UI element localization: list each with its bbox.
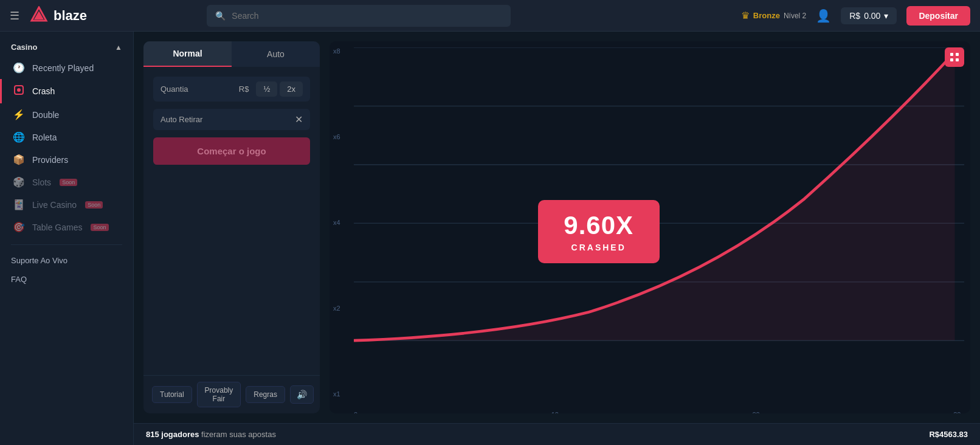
main-content: Normal Auto Quantia R$ ½ 2x Auto Retirar… xyxy=(134,32,980,445)
header: ☰ blaze 🔍 ♛ Bronze Nível 2 👤 R$ 0.00 ▾ D… xyxy=(0,0,980,32)
x-label-10s: 10s xyxy=(551,411,562,414)
tutorial-button[interactable]: Tutorial xyxy=(152,386,192,403)
sidebar-item-providers[interactable]: 📦 Providers xyxy=(0,148,133,171)
svg-rect-13 xyxy=(950,58,953,61)
controls-body: Quantia R$ ½ 2x Auto Retirar ✕ Começar o… xyxy=(143,67,320,375)
x-label-20s: 20s xyxy=(752,411,763,414)
tab-normal[interactable]: Normal xyxy=(143,41,232,67)
slots-icon: 🎲 xyxy=(13,176,25,188)
chart-area: x8 x6 x4 x2 x1 xyxy=(330,41,970,413)
crash-box: 9.60X CRASHED xyxy=(538,200,660,263)
providers-icon: 📦 xyxy=(13,154,25,165)
sidebar-item-double[interactable]: ⚡ Double xyxy=(0,103,133,126)
total-amount: R$4563.83 xyxy=(929,430,968,439)
roleta-icon: 🌐 xyxy=(13,131,25,143)
chart-panel: x8 x6 x4 x2 x1 xyxy=(330,41,970,413)
sidebar-item-support[interactable]: Suporte Ao Vivo xyxy=(0,251,133,270)
status-bar: 815 jogadores fizeram suas apostas R$456… xyxy=(134,423,980,445)
deposit-button[interactable]: Depositar xyxy=(906,6,970,26)
sound-button[interactable]: 🔊 xyxy=(290,385,314,404)
close-auto-retirar-button[interactable]: ✕ xyxy=(295,114,303,125)
tab-bar: Normal Auto xyxy=(143,41,320,67)
layout: Casino ▲ 🕐 Recently Played Crash ⚡ Doubl… xyxy=(0,32,980,445)
table-games-icon: 🎯 xyxy=(13,221,25,233)
logo-icon xyxy=(29,6,49,26)
sidebar-item-live-casino[interactable]: 🃏 Live Casino Soon xyxy=(0,193,133,216)
live-casino-icon: 🃏 xyxy=(13,199,25,210)
bronze-badge: ♛ Bronze Nível 2 xyxy=(741,10,806,21)
header-right: ♛ Bronze Nível 2 👤 R$ 0.00 ▾ Depositar xyxy=(741,6,970,26)
sidebar-divider xyxy=(11,244,122,245)
game-area: Normal Auto Quantia R$ ½ 2x Auto Retirar… xyxy=(134,32,980,423)
start-button[interactable]: Começar o jogo xyxy=(153,137,310,165)
auto-retirar-row: Auto Retirar ✕ xyxy=(153,109,310,130)
y-label-x4: x4 xyxy=(333,219,340,226)
svg-point-3 xyxy=(17,88,21,92)
svg-rect-11 xyxy=(950,53,953,56)
y-label-x6: x6 xyxy=(333,133,340,140)
x-axis: 0s 10s 20s 30s xyxy=(354,411,964,414)
x-label-30s: 30s xyxy=(953,411,964,414)
players-count: 815 jogadores xyxy=(146,430,199,439)
double-icon: ⚡ xyxy=(13,109,25,120)
players-text: 815 jogadores fizeram suas apostas xyxy=(146,430,276,439)
half-button[interactable]: ½ xyxy=(256,81,277,97)
y-label-x1: x1 xyxy=(333,390,340,398)
svg-rect-14 xyxy=(956,58,959,61)
sidebar: Casino ▲ 🕐 Recently Played Crash ⚡ Doubl… xyxy=(0,32,134,445)
regras-button[interactable]: Regras xyxy=(246,386,285,403)
corner-icon[interactable] xyxy=(945,47,964,67)
x-label-0s: 0s xyxy=(354,411,361,414)
crash-icon xyxy=(13,85,25,98)
sidebar-item-faq[interactable]: FAQ xyxy=(0,270,133,289)
search-bar[interactable]: 🔍 xyxy=(207,5,511,27)
quantia-row: Quantia R$ ½ 2x xyxy=(153,77,310,102)
chevron-up-icon[interactable]: ▲ xyxy=(115,43,122,52)
provably-fair-button[interactable]: Provably Fair xyxy=(197,382,241,407)
menu-icon[interactable]: ☰ xyxy=(10,9,19,22)
y-label-x2: x2 xyxy=(333,305,340,312)
double-button[interactable]: 2x xyxy=(280,81,303,97)
user-icon[interactable]: 👤 xyxy=(816,9,831,23)
y-label-x8: x8 xyxy=(333,47,340,55)
controls-panel: Normal Auto Quantia R$ ½ 2x Auto Retirar… xyxy=(143,41,320,413)
sidebar-item-roleta[interactable]: 🌐 Roleta xyxy=(0,126,133,148)
sidebar-item-table-games[interactable]: 🎯 Table Games Soon xyxy=(0,216,133,238)
search-icon: 🔍 xyxy=(215,11,226,21)
bottom-bar: Tutorial Provably Fair Regras 🔊 xyxy=(143,375,320,413)
svg-rect-12 xyxy=(956,53,959,56)
sidebar-section-header: Casino ▲ xyxy=(0,38,133,57)
balance-button[interactable]: R$ 0.00 ▾ xyxy=(841,7,897,24)
sidebar-item-slots[interactable]: 🎲 Slots Soon xyxy=(0,171,133,193)
crown-icon: ♛ xyxy=(741,10,750,21)
crash-multiplier: 9.60X xyxy=(559,211,639,240)
sidebar-item-recently-played[interactable]: 🕐 Recently Played xyxy=(0,57,133,79)
search-input[interactable] xyxy=(232,11,502,21)
tab-auto[interactable]: Auto xyxy=(232,41,320,67)
logo: blaze xyxy=(29,6,87,26)
y-axis: x8 x6 x4 x2 x1 xyxy=(333,47,340,398)
clock-icon: 🕐 xyxy=(13,62,25,74)
sidebar-item-crash[interactable]: Crash xyxy=(0,79,133,103)
crash-status-label: CRASHED xyxy=(559,243,639,252)
